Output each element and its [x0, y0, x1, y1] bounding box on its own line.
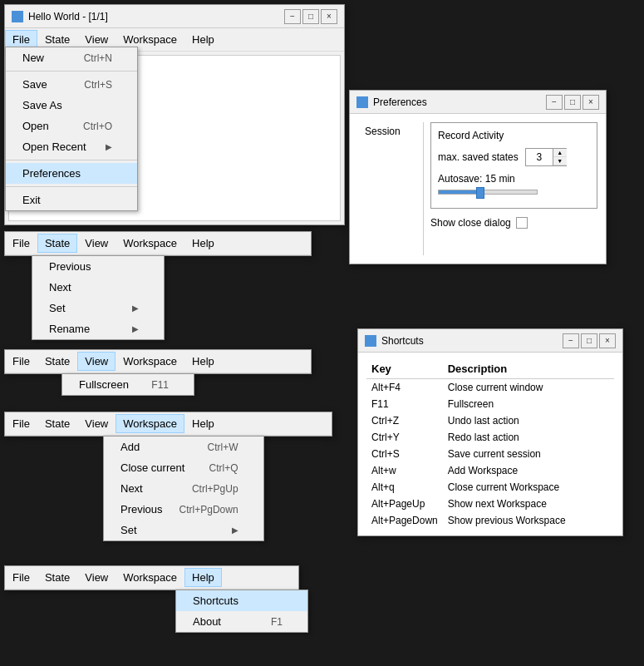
view-menu-state[interactable]: State	[37, 352, 77, 371]
shortcuts-maximize[interactable]: □	[581, 333, 597, 348]
shortcuts-window: Shortcuts − □ × Key Description Alt+F4Cl…	[357, 328, 623, 536]
minimize-button[interactable]: −	[284, 9, 301, 24]
table-row: Alt+PageUpShow next Workspace	[366, 496, 614, 512]
help-menu-view[interactable]: View	[77, 568, 116, 587]
ws-previous[interactable]: Previous Ctrl+PgDown	[104, 499, 263, 520]
shortcut-desc: Close current window	[443, 379, 614, 397]
help-menu-file[interactable]: File	[5, 568, 37, 587]
menu-save-as[interactable]: Save As	[6, 95, 137, 116]
shortcut-desc: Show previous Workspace	[443, 512, 614, 529]
table-row: Ctrl+YRedo last action	[366, 429, 614, 446]
shortcut-key: Ctrl+Y	[366, 429, 443, 446]
spin-up[interactable]: ▲	[553, 149, 567, 157]
help-menu-workspace[interactable]: Workspace	[116, 568, 184, 587]
max-states-input[interactable]	[526, 151, 553, 163]
state-set-arrow: ▶	[132, 303, 139, 313]
max-states-label: max. saved states	[438, 151, 519, 163]
maximize-button[interactable]: □	[302, 9, 319, 24]
shortcut-desc: Redo last action	[443, 429, 614, 446]
ws-menu-workspace[interactable]: Workspace	[116, 414, 184, 433]
pref-main-content: Record Activity max. saved states ▲ ▼ Au…	[430, 122, 597, 255]
menu-open[interactable]: Open Ctrl+O	[6, 116, 137, 136]
shortcuts-table: Key Description Alt+F4Close current wind…	[366, 359, 614, 529]
state-menu-help[interactable]: Help	[184, 234, 222, 253]
show-close-dialog-row: Show close dialog	[430, 217, 597, 229]
shortcut-key: Ctrl+S	[366, 446, 443, 462]
spin-down[interactable]: ▼	[553, 157, 567, 165]
workspace-menubar: File State View Workspace Help	[5, 412, 332, 436]
table-row: Alt+PageDownShow previous Workspace	[366, 512, 614, 529]
shortcuts-controls: − □ ×	[563, 333, 616, 348]
pref-title: Preferences	[373, 96, 427, 108]
pref-divider	[423, 122, 424, 255]
table-row: Alt+wAdd Workspace	[366, 462, 614, 479]
ws-add[interactable]: Add Ctrl+W	[104, 437, 263, 457]
shortcuts-minimize[interactable]: −	[563, 333, 579, 348]
ws-menu-state[interactable]: State	[37, 414, 77, 433]
ws-next[interactable]: Next Ctrl+PgUp	[104, 478, 263, 499]
workspace-dropdown: Add Ctrl+W Close current Ctrl+Q Next Ctr…	[103, 436, 264, 541]
state-menu-state[interactable]: State	[37, 234, 77, 253]
shortcuts-close[interactable]: ×	[599, 333, 616, 348]
autosave-label: Autosave: 15 min	[438, 173, 590, 185]
open-recent-arrow: ▶	[106, 142, 112, 151]
help-about[interactable]: About F1	[176, 611, 307, 632]
main-title-bar: Hello World - [1/1] − □ ×	[5, 5, 344, 28]
table-row: Ctrl+ZUndo last action	[366, 412, 614, 429]
ws-menu-view[interactable]: View	[77, 414, 116, 433]
shortcut-key: Alt+q	[366, 479, 443, 496]
menu-open-recent[interactable]: Open Recent ▶	[6, 136, 137, 157]
ws-menu-help[interactable]: Help	[184, 414, 222, 433]
max-states-row: max. saved states ▲ ▼	[438, 148, 590, 166]
pref-window-controls: − □ ×	[546, 95, 599, 110]
ws-close-current[interactable]: Close current Ctrl+Q	[104, 457, 263, 478]
help-menu-help[interactable]: Help	[184, 568, 222, 587]
pref-session-item[interactable]: Session	[361, 124, 413, 139]
view-menu-file[interactable]: File	[5, 352, 37, 371]
shortcut-key: Ctrl+Z	[366, 412, 443, 429]
state-rename[interactable]: Rename ▶	[32, 318, 164, 339]
state-next[interactable]: Next	[32, 277, 164, 298]
shortcuts-title: Shortcuts	[381, 335, 424, 347]
menu-help[interactable]: Help	[184, 30, 222, 49]
app-icon	[12, 11, 23, 22]
help-shortcuts[interactable]: Shortcuts	[176, 590, 307, 611]
shortcut-key: Alt+w	[366, 462, 443, 479]
state-previous[interactable]: Previous	[32, 256, 164, 277]
close-button[interactable]: ×	[321, 9, 337, 24]
menu-new[interactable]: New Ctrl+N	[6, 47, 137, 68]
col-key: Key	[366, 359, 443, 379]
ws-set[interactable]: Set ▶	[104, 520, 263, 540]
help-window: File State View Workspace Help Shortcuts…	[4, 565, 299, 590]
record-activity-title: Record Activity	[438, 130, 590, 141]
menu-exit[interactable]: Exit	[6, 190, 137, 210]
state-dropdown: Previous Next Set ▶ Rename ▶	[32, 255, 165, 340]
main-window-controls: − □ ×	[284, 9, 337, 24]
state-menu-workspace[interactable]: Workspace	[116, 234, 184, 253]
pref-icon	[356, 96, 368, 108]
file-dropdown: New Ctrl+N Save Ctrl+S Save As Open Ctrl…	[5, 47, 138, 211]
pref-minimize[interactable]: −	[546, 95, 563, 110]
autosave-slider[interactable]	[438, 190, 538, 195]
help-dropdown: Shortcuts About F1	[175, 590, 308, 633]
state-menu-view[interactable]: View	[77, 234, 116, 253]
table-row: Ctrl+SSave current session	[366, 446, 614, 462]
help-menu-state[interactable]: State	[37, 568, 77, 587]
menu-save[interactable]: Save Ctrl+S	[6, 74, 137, 95]
slider-thumb[interactable]	[476, 187, 484, 199]
state-set[interactable]: Set ▶	[32, 298, 164, 318]
separator-3	[6, 186, 137, 187]
shortcut-key: F11	[366, 396, 443, 412]
view-menu-help[interactable]: Help	[184, 352, 222, 371]
pref-maximize[interactable]: □	[564, 95, 581, 110]
view-fullscreen[interactable]: Fullscreen F11	[62, 374, 194, 395]
pref-close[interactable]: ×	[583, 95, 599, 110]
shortcut-desc: Add Workspace	[443, 462, 614, 479]
show-close-dialog-checkbox[interactable]	[516, 217, 528, 229]
view-menu-workspace[interactable]: Workspace	[116, 352, 184, 371]
view-menu-view[interactable]: View	[77, 352, 116, 371]
state-menubar: File State View Workspace Help	[5, 232, 311, 255]
state-menu-file[interactable]: File	[5, 234, 37, 253]
menu-preferences[interactable]: Preferences	[6, 163, 137, 184]
ws-menu-file[interactable]: File	[5, 414, 37, 433]
